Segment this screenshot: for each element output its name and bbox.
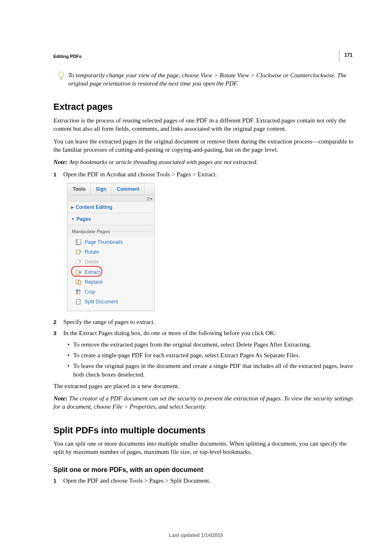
subheading-split-open-doc: Split one or more PDFs, with an open doc… [53, 465, 354, 474]
section-pages[interactable]: ▼ Pages [68, 213, 154, 225]
item-label: Page Thumbnails [85, 239, 123, 245]
svg-rect-3 [77, 239, 81, 244]
step-text: Open the PDF in Acrobat and choose Tools… [63, 170, 354, 178]
step-1: 1 Open the PDF and choose Tools > Pages … [53, 476, 354, 485]
item-label: Rotate [85, 249, 99, 255]
step-3: 3 In the Extract Pages dialog box, do on… [53, 329, 354, 337]
bullet-item: To leave the original pages in the docum… [67, 362, 354, 379]
tip-text: To temporarily change your view of the p… [68, 71, 354, 88]
paragraph: You can split one or more documents into… [53, 439, 354, 456]
svg-rect-8 [76, 271, 79, 275]
note: Note: The creator of a PDF document can … [53, 394, 354, 411]
item-extract[interactable]: Extract [68, 267, 154, 277]
item-label: Split Document [85, 298, 118, 305]
bullet-item: To remove the extracted pages from the o… [67, 340, 354, 349]
note-label: Note: [53, 395, 69, 402]
page: 171 Editing PDFs To temporarily change y… [0, 0, 392, 555]
group-title-manipulate-pages: Manipulate Pages [68, 225, 154, 236]
step-text: In the Extract Pages dialog box, do one … [63, 329, 354, 337]
steps-list: 1 Open the PDF in Acrobat and choose Too… [53, 170, 354, 178]
paragraph: Extraction is the process of reusing sel… [53, 116, 354, 133]
page-thumbnails-icon [75, 239, 81, 245]
step-text: Specify the range of pages to extract. [63, 318, 354, 326]
bullet-list: To remove the extracted pages from the o… [53, 340, 354, 379]
paragraph: You can leave the extracted pages in the… [53, 137, 354, 154]
steps-list-split: 1 Open the PDF and choose Tools > Pages … [53, 476, 354, 485]
running-header: Editing PDFs [53, 53, 354, 60]
tab-sign[interactable]: Sign [91, 183, 112, 195]
step-2: 2 Specify the range of pages to extract. [53, 318, 354, 326]
delete-icon [75, 259, 81, 265]
note: Note: Any bookmarks or article threading… [53, 158, 354, 166]
item-label: Replace [85, 279, 103, 285]
step-number: 1 [53, 476, 59, 485]
paragraph: The extracted pages are placed in a new … [53, 382, 354, 390]
term-extraction: Extraction [53, 117, 79, 124]
rotate-icon [75, 249, 81, 255]
heading-split-pdfs: Split PDFs into multiple documents [53, 424, 354, 437]
item-delete: Delete [68, 257, 154, 267]
item-crop[interactable]: Crop [68, 287, 154, 297]
tab-tools[interactable]: Tools [68, 183, 91, 195]
item-rotate[interactable]: Rotate [68, 247, 154, 257]
tab-comment[interactable]: Comment [112, 183, 145, 195]
replace-icon [75, 279, 81, 285]
section-label: Content Editing [76, 204, 112, 210]
panel-items: Page Thumbnails Rotate Delete [68, 236, 154, 311]
paragraph-text: is the process of reusing selected pages… [53, 117, 346, 132]
svg-rect-4 [76, 250, 80, 254]
page-number: 171 [339, 50, 354, 62]
item-label: Delete [85, 259, 99, 265]
tip-block: To temporarily change your view of the p… [58, 71, 354, 88]
bullet-item: To create a single-page PDF for each ext… [67, 351, 354, 359]
section-label: Pages [76, 216, 91, 222]
panel-tabs: Tools Sign Comment [68, 183, 154, 195]
item-label: Crop [85, 289, 95, 295]
step-number: 2 [53, 318, 59, 326]
footer-last-updated: Last updated 1/14/2015 [0, 532, 392, 539]
heading-extract-pages: Extract pages [53, 101, 354, 113]
panel-subbar: ☰▾ [68, 195, 154, 201]
svg-point-0 [59, 72, 64, 77]
svg-rect-10 [78, 281, 81, 284]
step-1: 1 Open the PDF in Acrobat and choose Too… [53, 170, 354, 178]
section-content-editing[interactable]: ▶ Content Editing [68, 201, 154, 213]
crop-icon [75, 289, 81, 295]
chevron-right-icon: ▶ [71, 205, 74, 210]
lightbulb-icon [58, 71, 65, 81]
tools-panel: Tools Sign Comment ☰▾ ▶ Content Editing … [67, 183, 154, 312]
panel-menu-icon[interactable]: ☰▾ [147, 196, 152, 202]
step-number: 1 [53, 170, 59, 178]
item-replace[interactable]: Replace [68, 277, 154, 287]
note-label: Note: [53, 159, 69, 165]
step-number: 3 [53, 329, 59, 337]
split-icon [75, 299, 81, 305]
step-text: Open the PDF and choose Tools > Pages > … [63, 476, 354, 485]
extract-icon [75, 269, 81, 275]
item-split-document[interactable]: Split Document [68, 297, 154, 307]
item-label: Extract [85, 269, 100, 275]
note-text: Any bookmarks or article threading assoc… [69, 159, 258, 165]
chevron-down-icon: ▼ [71, 217, 75, 222]
tools-panel-figure: Tools Sign Comment ☰▾ ▶ Content Editing … [67, 183, 354, 312]
steps-list-cont: 2 Specify the range of pages to extract.… [53, 318, 354, 337]
item-page-thumbnails[interactable]: Page Thumbnails [68, 237, 154, 247]
note-text: The creator of a PDF document can set th… [53, 395, 353, 410]
svg-rect-1 [60, 79, 62, 80]
